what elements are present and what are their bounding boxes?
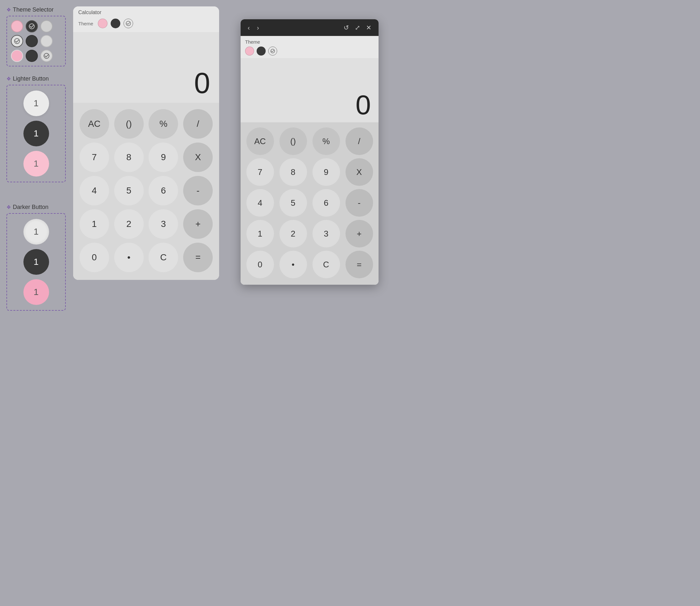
theme-circle-lightgray-2[interactable] <box>41 35 53 47</box>
calc-buttons-area: AC () % / 7 8 9 X 4 5 6 - 1 2 3 + 0 • C … <box>73 103 219 280</box>
calc2-dot-pink[interactable] <box>245 47 254 55</box>
calc2-display: 0 <box>241 58 379 122</box>
calc-btn-1[interactable]: 1 <box>79 209 109 239</box>
calc2-btn-plus[interactable]: + <box>345 220 373 248</box>
lighter-btn-dark[interactable]: 1 <box>23 121 49 146</box>
theme-row-3 <box>11 50 61 62</box>
theme-circle-dark-2[interactable] <box>26 35 38 47</box>
calc-btn-7[interactable]: 7 <box>79 142 109 172</box>
lighter-btn-light[interactable]: 1 <box>23 91 49 116</box>
darker-button-title: ❖ Darker Button <box>6 204 66 211</box>
calc-btn-divide[interactable]: / <box>183 109 213 139</box>
lighter-button-panel: ❖ Lighter Button 1 1 1 <box>6 75 66 182</box>
calc-btn-4[interactable]: 4 <box>79 176 109 205</box>
calc-theme-label: Theme <box>78 21 93 26</box>
theme-row-1 <box>11 20 61 32</box>
calc2-display-value: 0 <box>356 91 371 118</box>
window-action-btns: ↺ ⤢ ✕ <box>342 22 373 33</box>
theme-circle-dark-1[interactable] <box>26 20 38 32</box>
theme-circle-pink-1[interactable] <box>11 20 23 32</box>
calc2-btn-clear[interactable]: C <box>312 251 340 278</box>
calc2-btn-equals[interactable]: = <box>345 251 373 278</box>
calculator-title: Calculator <box>73 6 219 17</box>
calc-btn-8[interactable]: 8 <box>114 142 144 172</box>
calc-btn-2[interactable]: 2 <box>114 209 144 239</box>
lighter-button-box: 1 1 1 <box>6 85 66 182</box>
calc-btn-equals[interactable]: = <box>183 243 213 272</box>
calc2-theme-dots <box>245 47 374 55</box>
calc-btn-5[interactable]: 5 <box>114 176 144 205</box>
darker-button-panel: ❖ Darker Button 1 1 1 <box>6 204 66 311</box>
theme-row-2 <box>11 35 61 47</box>
darker-btn-dark[interactable]: 1 <box>23 249 49 275</box>
calc2-btn-paren[interactable]: () <box>280 127 307 155</box>
calc2-btn-percent[interactable]: % <box>312 127 340 155</box>
theme-selector-panel: ❖ Theme Selector <box>6 6 66 66</box>
theme-circle-lightgray-1[interactable] <box>41 20 53 32</box>
calc-btn-dot[interactable]: • <box>114 243 144 272</box>
darker-btn-pink[interactable]: 1 <box>23 279 49 305</box>
theme-circle-check-3[interactable] <box>41 50 53 62</box>
calc-theme-dot-check[interactable] <box>123 19 133 28</box>
calc-btn-0[interactable]: 0 <box>79 243 109 272</box>
theme-circle-dark-3[interactable] <box>26 50 38 62</box>
calc-grid: AC () % / 7 8 9 X 4 5 6 - 1 2 3 + 0 • C … <box>79 109 213 272</box>
calc-btn-minus[interactable]: - <box>183 176 213 205</box>
diamond-icon: ❖ <box>6 7 11 13</box>
calc2-buttons-area: AC () % / 7 8 9 X 4 5 6 - 1 2 3 + 0 • C … <box>241 122 379 285</box>
lighter-btn-pink[interactable]: 1 <box>23 151 49 177</box>
calc-btn-6[interactable]: 6 <box>148 176 178 205</box>
window-forward-btn[interactable]: › <box>255 23 261 33</box>
calc2-btn-ac[interactable]: AC <box>246 127 274 155</box>
calc2-grid: AC () % / 7 8 9 X 4 5 6 - 1 2 3 + 0 • C … <box>245 127 374 278</box>
calc2-theme-section: Theme <box>241 36 379 58</box>
calc-btn-9[interactable]: 9 <box>148 142 178 172</box>
calculator-window: ‹ › ↺ ⤢ ✕ Theme 0 AC () % / 7 8 9 X <box>241 19 379 285</box>
calc2-dot-dark[interactable] <box>257 47 266 55</box>
window-refresh-btn[interactable]: ↺ <box>342 22 351 33</box>
window-close-btn[interactable]: ✕ <box>364 22 373 33</box>
calc-btn-clear[interactable]: C <box>148 243 178 272</box>
calc-theme-dot-dark[interactable] <box>111 19 120 28</box>
calc-theme-dot-pink[interactable] <box>98 19 107 28</box>
calc2-btn-divide[interactable]: / <box>345 127 373 155</box>
calculator-main: Calculator Theme 0 AC () % / 7 8 9 X 4 5… <box>73 6 219 280</box>
calc-btn-3[interactable]: 3 <box>148 209 178 239</box>
window-expand-btn[interactable]: ⤢ <box>353 22 362 33</box>
calc-btn-plus[interactable]: + <box>183 209 213 239</box>
calc2-btn-8[interactable]: 8 <box>280 158 307 186</box>
window-titlebar: ‹ › ↺ ⤢ ✕ <box>241 19 379 36</box>
calc-btn-paren[interactable]: () <box>114 109 144 139</box>
window-back-btn[interactable]: ‹ <box>246 23 252 33</box>
theme-circle-check-2[interactable] <box>11 35 23 47</box>
calc2-btn-multiply[interactable]: X <box>345 158 373 186</box>
theme-selector-box <box>6 16 66 66</box>
calc2-btn-6[interactable]: 6 <box>312 189 340 217</box>
calc2-dot-check[interactable] <box>268 47 277 55</box>
calc2-btn-4[interactable]: 4 <box>246 189 274 217</box>
calc2-btn-7[interactable]: 7 <box>246 158 274 186</box>
diamond-icon-lighter: ❖ <box>6 76 11 82</box>
calc2-btn-5[interactable]: 5 <box>280 189 307 217</box>
calc2-btn-0[interactable]: 0 <box>246 251 274 278</box>
calc-btn-percent[interactable]: % <box>148 109 178 139</box>
darker-button-box: 1 1 1 <box>6 213 66 311</box>
calc2-btn-9[interactable]: 9 <box>312 158 340 186</box>
calc-btn-ac[interactable]: AC <box>79 109 109 139</box>
window-nav-btns: ‹ › <box>246 23 261 33</box>
calc2-btn-dot[interactable]: • <box>280 251 307 278</box>
lighter-button-title: ❖ Lighter Button <box>6 75 66 82</box>
diamond-icon-darker: ❖ <box>6 204 11 210</box>
calc2-btn-2[interactable]: 2 <box>280 220 307 248</box>
calc-theme-row: Theme <box>73 17 219 32</box>
calc-btn-multiply[interactable]: X <box>183 142 213 172</box>
calc-display: 0 <box>73 32 219 103</box>
theme-circle-pink-3[interactable] <box>11 50 23 62</box>
calc2-theme-label: Theme <box>245 39 374 45</box>
theme-selector-title: ❖ Theme Selector <box>6 6 66 13</box>
calc2-btn-3[interactable]: 3 <box>312 220 340 248</box>
calc2-btn-1[interactable]: 1 <box>246 220 274 248</box>
darker-btn-light[interactable]: 1 <box>23 219 49 244</box>
calc2-btn-minus[interactable]: - <box>345 189 373 217</box>
calc-display-value: 0 <box>194 69 210 98</box>
